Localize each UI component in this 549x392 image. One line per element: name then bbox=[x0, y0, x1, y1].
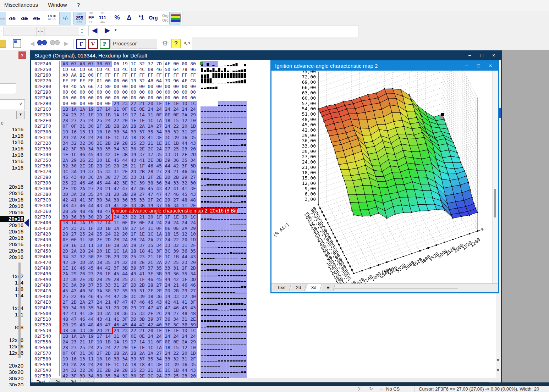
hex-byte[interactable]: 40 bbox=[78, 288, 87, 294]
hex-byte[interactable]: 10 bbox=[95, 243, 104, 248]
hex-byte[interactable]: 3F bbox=[121, 316, 129, 322]
hex-byte[interactable]: 1F bbox=[129, 231, 138, 237]
hex-byte[interactable]: 35 bbox=[104, 146, 112, 152]
variables-button[interactable]: V bbox=[88, 39, 98, 49]
hex-byte[interactable]: 00 bbox=[180, 61, 189, 67]
hex-byte[interactable]: 43 bbox=[129, 158, 138, 163]
hex-byte[interactable]: 18 bbox=[129, 362, 138, 368]
hex-byte[interactable]: 48 bbox=[189, 197, 197, 203]
hex-byte[interactable]: 1D bbox=[95, 339, 104, 345]
hex-byte[interactable]: 33 bbox=[172, 294, 180, 299]
hex-byte[interactable]: 2A bbox=[180, 112, 189, 118]
hex-byte[interactable]: 24 bbox=[163, 169, 172, 175]
hex-byte[interactable]: FF bbox=[172, 72, 180, 78]
hex-byte[interactable]: 35 bbox=[180, 271, 189, 277]
hex-byte[interactable]: 46 bbox=[146, 277, 155, 282]
sidebar-map-item[interactable]: 1x16 bbox=[0, 165, 24, 171]
hex-byte[interactable]: 20 bbox=[121, 231, 129, 237]
hex-byte[interactable]: 3C bbox=[163, 362, 172, 368]
sidebar-map-item[interactable]: 20x16 bbox=[0, 228, 24, 235]
help-icon[interactable]: ? bbox=[171, 39, 181, 48]
hex-byte[interactable]: 3D bbox=[78, 260, 87, 265]
hex-byte[interactable]: 33 bbox=[163, 243, 172, 248]
hex-byte[interactable]: 21 bbox=[146, 254, 155, 260]
hex-byte[interactable]: 39 bbox=[146, 316, 155, 322]
hex-byte[interactable]: 46 bbox=[87, 294, 95, 299]
hex-byte[interactable]: 20 bbox=[146, 101, 155, 106]
hex-byte[interactable]: 11 bbox=[146, 339, 155, 345]
hex-byte[interactable]: 39 bbox=[129, 129, 138, 135]
hex-byte[interactable]: 28 bbox=[146, 169, 155, 175]
hex-byte[interactable]: 29 bbox=[70, 322, 78, 328]
hex-byte[interactable]: 3A bbox=[87, 260, 95, 265]
hex-byte[interactable]: 1E bbox=[155, 140, 163, 146]
sidebar-map-item[interactable]: 30x20 bbox=[0, 369, 24, 375]
hex-byte[interactable]: 47 bbox=[129, 299, 138, 305]
hex-byte[interactable]: 2E bbox=[95, 140, 104, 146]
hex-byte[interactable]: 38 bbox=[61, 214, 70, 220]
hex-byte[interactable]: FF bbox=[87, 78, 95, 84]
project-icon[interactable] bbox=[0, 40, 6, 48]
hex-byte[interactable]: 35 bbox=[104, 260, 112, 265]
hex-byte[interactable]: 3A bbox=[70, 169, 78, 175]
hex-byte[interactable]: 24 bbox=[146, 220, 155, 226]
hex-byte[interactable]: 24 bbox=[95, 186, 104, 192]
hex-byte[interactable]: 1C bbox=[70, 265, 78, 271]
spinner[interactable]: ▲▼ bbox=[79, 27, 85, 36]
hex-byte[interactable]: 13 bbox=[78, 356, 87, 362]
hex-byte[interactable]: 24 bbox=[87, 135, 95, 140]
hex-byte[interactable]: 2F bbox=[180, 265, 189, 271]
hex-byte[interactable]: 2D bbox=[61, 248, 70, 254]
hex-byte[interactable]: FF bbox=[61, 78, 70, 84]
sidebar-map-item[interactable]: 20x16 bbox=[0, 254, 24, 260]
hex-byte[interactable]: 00 bbox=[189, 84, 197, 89]
hex-byte[interactable]: 37 bbox=[138, 129, 146, 135]
hex-byte[interactable]: 19 bbox=[61, 356, 70, 362]
hex-byte[interactable]: 1C bbox=[189, 101, 197, 106]
hex-byte[interactable]: 34 bbox=[95, 192, 104, 197]
hex-byte[interactable]: 1B bbox=[61, 220, 70, 226]
hex-byte[interactable]: 07 bbox=[70, 61, 78, 67]
hex-byte[interactable]: 2B bbox=[112, 123, 121, 129]
hex-byte[interactable]: 20 bbox=[95, 362, 104, 368]
hex-byte[interactable]: 44 bbox=[87, 316, 95, 322]
hex-byte[interactable]: 1E bbox=[104, 158, 112, 163]
percent-button[interactable]: % bbox=[111, 12, 123, 24]
map-plot-area[interactable] bbox=[271, 71, 498, 284]
hex-byte[interactable]: 27 bbox=[87, 299, 95, 305]
hex-byte[interactable]: 37 bbox=[138, 356, 146, 362]
sidebar-search-input[interactable] bbox=[0, 83, 16, 94]
hex-byte[interactable]: 29 bbox=[163, 311, 172, 316]
hex-byte[interactable]: 25 bbox=[129, 368, 138, 373]
hex-byte[interactable]: 44 bbox=[163, 163, 172, 169]
close-button[interactable]: × bbox=[485, 61, 496, 70]
hex-byte[interactable]: 00 bbox=[121, 89, 129, 95]
hex-byte[interactable]: 1E bbox=[104, 135, 112, 140]
hex-byte[interactable]: 1D bbox=[189, 350, 197, 356]
hex-byte[interactable]: 11 bbox=[146, 112, 155, 118]
hex-byte[interactable]: 2E bbox=[95, 368, 104, 373]
hex-byte[interactable]: 0E bbox=[138, 106, 146, 112]
hex-byte[interactable]: 3D bbox=[61, 192, 70, 197]
hex-byte[interactable]: 26 bbox=[78, 158, 87, 163]
hex-byte[interactable]: FF bbox=[129, 72, 138, 78]
hex-byte[interactable]: 2C bbox=[155, 197, 163, 203]
scroll-page-down-icon[interactable]: » bbox=[494, 357, 501, 363]
hex-byte[interactable]: 2D bbox=[104, 237, 112, 243]
hex-byte[interactable]: FF bbox=[95, 72, 104, 78]
tab-text[interactable]: Text bbox=[272, 284, 291, 291]
hex-byte[interactable]: 33 bbox=[129, 288, 138, 294]
hex-byte[interactable]: 48 bbox=[180, 311, 189, 316]
close-button[interactable]: × bbox=[488, 51, 499, 60]
hex-byte[interactable]: 00 bbox=[163, 84, 172, 89]
hex-byte[interactable]: 46 bbox=[189, 169, 197, 175]
hex-byte[interactable]: 00 bbox=[87, 95, 95, 101]
hex-byte[interactable]: 1E bbox=[155, 368, 163, 373]
hex-byte[interactable]: 29 bbox=[104, 277, 112, 282]
hex-byte[interactable]: 3F bbox=[70, 373, 78, 378]
hex-byte[interactable]: 0F bbox=[121, 220, 129, 226]
hex-byte[interactable]: 2F bbox=[189, 129, 197, 135]
hex-byte[interactable]: 14 bbox=[138, 226, 146, 231]
hex-byte[interactable]: 46 bbox=[172, 192, 180, 197]
hex-byte[interactable]: 28 bbox=[78, 135, 87, 140]
